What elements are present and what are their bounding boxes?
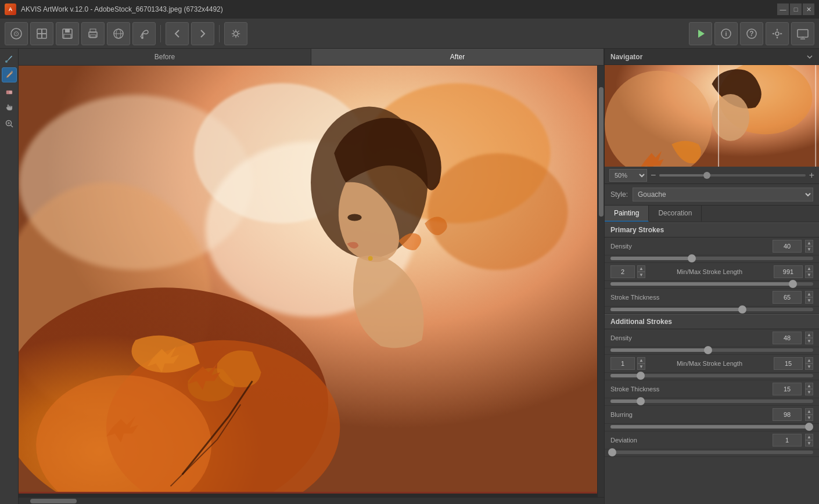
additional-thickness-spinner[interactable]: ▲ ▼ bbox=[805, 383, 813, 395]
deviation-down[interactable]: ▼ bbox=[805, 440, 813, 447]
primary-thickness-spinner[interactable]: ▲ ▼ bbox=[805, 291, 813, 304]
additional-length-thumb[interactable] bbox=[637, 372, 645, 380]
canvas-vertical-scrollbar[interactable] bbox=[597, 66, 604, 497]
svg-marker-17 bbox=[698, 30, 705, 38]
blurring-down[interactable]: ▼ bbox=[805, 415, 813, 421]
primary-length-slider[interactable] bbox=[610, 282, 813, 286]
zoom-minus-icon[interactable]: − bbox=[651, 170, 656, 181]
close-button[interactable]: ✕ bbox=[803, 3, 814, 15]
primary-thickness-up[interactable]: ▲ bbox=[805, 291, 813, 297]
primary-density-slider-row bbox=[605, 255, 819, 263]
forward-btn[interactable] bbox=[191, 22, 214, 45]
additional-density-slider[interactable] bbox=[610, 348, 813, 352]
additional-max-up[interactable]: ▲ bbox=[805, 357, 813, 363]
toolbar: ⊙ i ? bbox=[0, 19, 819, 49]
primary-density-slider[interactable] bbox=[610, 257, 813, 260]
before-tab[interactable]: Before bbox=[19, 49, 311, 65]
primary-density-down[interactable]: ▼ bbox=[805, 246, 813, 253]
additional-density-thumb[interactable] bbox=[704, 346, 712, 354]
navigator-header: Navigator bbox=[605, 49, 819, 65]
horizontal-scroll-thumb[interactable] bbox=[30, 499, 77, 503]
zoom-tool-btn[interactable] bbox=[2, 116, 17, 131]
info-btn[interactable]: i bbox=[714, 22, 738, 45]
primary-min-spinner[interactable]: ▲ ▼ bbox=[637, 265, 645, 278]
additional-density-up[interactable]: ▲ bbox=[805, 332, 813, 338]
zoom-slider[interactable] bbox=[659, 174, 805, 177]
settings-gear-btn[interactable] bbox=[224, 22, 247, 45]
deviation-slider-row bbox=[605, 449, 819, 457]
additional-max-down[interactable]: ▼ bbox=[805, 363, 813, 370]
print-btn[interactable] bbox=[81, 22, 105, 45]
zoom-select[interactable]: 50% 25% 75% 100% 200% bbox=[609, 169, 647, 182]
primary-density-up[interactable]: ▲ bbox=[805, 240, 813, 246]
additional-density-down[interactable]: ▼ bbox=[805, 338, 813, 344]
additional-min-up[interactable]: ▲ bbox=[637, 357, 645, 363]
back-btn[interactable] bbox=[166, 22, 189, 45]
primary-thickness-thumb[interactable] bbox=[738, 305, 746, 314]
deviation-thumb[interactable] bbox=[608, 448, 616, 456]
maximize-button[interactable]: □ bbox=[790, 3, 802, 15]
additional-max-spinner[interactable]: ▲ ▼ bbox=[805, 357, 813, 370]
canvas-horizontal-scrollbar[interactable] bbox=[19, 497, 604, 504]
primary-thickness-label: Stroke Thickness bbox=[610, 294, 663, 301]
deviation-spinner[interactable]: ▲ ▼ bbox=[805, 434, 813, 447]
painting-tab[interactable]: Painting bbox=[605, 206, 649, 222]
vertical-scroll-thumb[interactable] bbox=[599, 87, 604, 217]
play-btn[interactable] bbox=[689, 22, 712, 45]
svg-rect-5 bbox=[42, 34, 46, 38]
globe-btn[interactable] bbox=[107, 22, 130, 45]
primary-density-spinner[interactable]: ▲ ▼ bbox=[805, 240, 813, 253]
monitor-btn[interactable] bbox=[791, 22, 814, 45]
style-select[interactable]: Gouache Oil Watercolor Pencil Comics Pas… bbox=[633, 188, 813, 201]
svg-text:i: i bbox=[725, 30, 727, 37]
batch-btn[interactable] bbox=[30, 22, 53, 45]
help-btn[interactable]: ? bbox=[740, 22, 763, 45]
primary-thickness-slider[interactable] bbox=[610, 308, 813, 311]
prefs-btn[interactable] bbox=[766, 22, 789, 45]
open-file-btn[interactable]: ⊙ bbox=[5, 22, 28, 45]
deviation-up[interactable]: ▲ bbox=[805, 434, 813, 440]
paint-btn[interactable] bbox=[132, 22, 156, 45]
additional-thickness-thumb[interactable] bbox=[637, 397, 645, 405]
deviation-slider[interactable] bbox=[610, 451, 813, 454]
zoom-slider-thumb[interactable] bbox=[703, 172, 710, 179]
additional-thickness-up[interactable]: ▲ bbox=[805, 383, 813, 389]
additional-strokes-header: Additional Strokes bbox=[605, 314, 819, 329]
canvas-viewport[interactable] bbox=[19, 66, 597, 497]
minimize-button[interactable]: — bbox=[777, 3, 789, 15]
navigator-expand-icon[interactable] bbox=[806, 53, 813, 60]
svg-rect-23 bbox=[798, 30, 808, 37]
svg-rect-27 bbox=[11, 71, 13, 73]
primary-max-down[interactable]: ▼ bbox=[805, 272, 813, 278]
decoration-tab[interactable]: Decoration bbox=[649, 206, 702, 222]
additional-min-down[interactable]: ▼ bbox=[637, 363, 645, 370]
blurring-slider[interactable] bbox=[610, 425, 813, 429]
brush-tool-btn[interactable] bbox=[2, 67, 17, 82]
dropper-tool-btn[interactable] bbox=[2, 51, 17, 66]
save-btn[interactable] bbox=[56, 22, 79, 45]
primary-min-up[interactable]: ▲ bbox=[637, 265, 645, 272]
additional-density-row: Density 48 ▲ ▼ bbox=[605, 329, 819, 347]
additional-thickness-down[interactable]: ▼ bbox=[805, 389, 813, 395]
after-tab[interactable]: After bbox=[311, 49, 604, 65]
eraser-tool-btn[interactable] bbox=[2, 84, 17, 99]
primary-density-thumb[interactable] bbox=[688, 254, 696, 262]
blurring-up[interactable]: ▲ bbox=[805, 408, 813, 415]
blurring-spinner[interactable]: ▲ ▼ bbox=[805, 408, 813, 421]
additional-min-spinner[interactable]: ▲ ▼ bbox=[637, 357, 645, 370]
additional-density-label: Density bbox=[610, 334, 663, 341]
window-controls: — □ ✕ bbox=[777, 3, 814, 15]
additional-thickness-slider[interactable] bbox=[610, 399, 813, 403]
primary-min-down[interactable]: ▼ bbox=[637, 272, 645, 278]
additional-density-spinner[interactable]: ▲ ▼ bbox=[805, 332, 813, 344]
deviation-label: Deviation bbox=[610, 437, 663, 444]
primary-max-up[interactable]: ▲ bbox=[805, 265, 813, 272]
primary-length-thumb[interactable] bbox=[789, 280, 797, 288]
primary-thickness-down[interactable]: ▼ bbox=[805, 297, 813, 304]
hand-tool-btn[interactable] bbox=[2, 100, 17, 115]
blurring-value: 98 bbox=[773, 408, 802, 421]
blurring-thumb[interactable] bbox=[805, 423, 813, 431]
primary-max-spinner[interactable]: ▲ ▼ bbox=[805, 265, 813, 278]
zoom-plus-icon[interactable]: + bbox=[809, 170, 814, 181]
additional-length-slider[interactable] bbox=[610, 374, 813, 377]
